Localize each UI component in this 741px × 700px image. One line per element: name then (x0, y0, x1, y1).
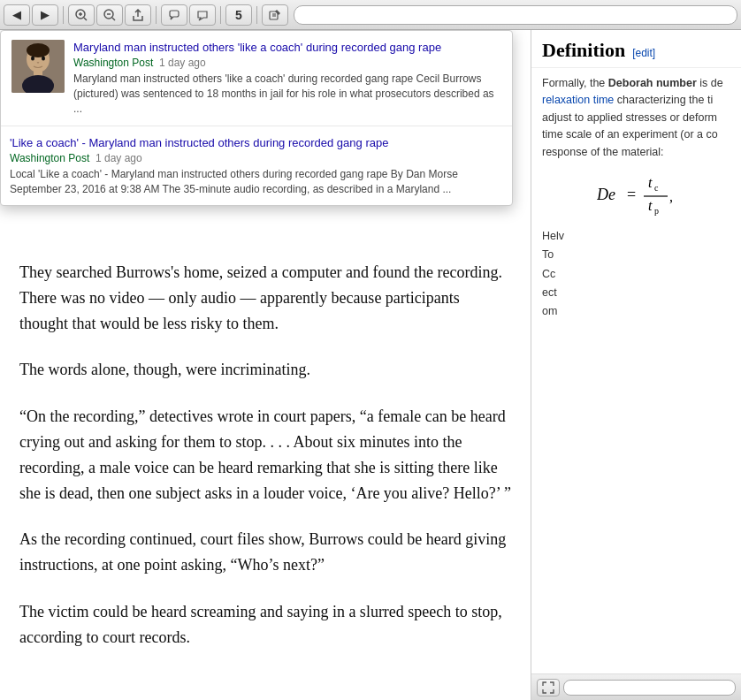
time-ago-2: 1 day ago (95, 152, 142, 164)
svg-line-3 (84, 18, 87, 20)
main-layout: Maryland man instructed others 'like a c… (0, 30, 741, 700)
news-title-1[interactable]: Maryland man instructed others 'like a c… (73, 40, 501, 56)
forward-button[interactable]: ▶ (32, 4, 58, 26)
deborah-formula: De = t c t p , (597, 168, 676, 221)
definition-header: Definition [edit] (531, 30, 741, 68)
toolbar-separator-1 (63, 6, 64, 24)
toolbar-separator-2 (156, 6, 157, 24)
news-text-1: Maryland man instructed others 'like a c… (73, 40, 501, 117)
svg-text:p: p (654, 206, 659, 216)
zoom-out-icon (103, 8, 117, 22)
news-title-2[interactable]: 'Like a coach' - Maryland man instructed… (10, 135, 501, 151)
svg-text:,: , (669, 189, 673, 204)
edit-button[interactable] (262, 4, 288, 26)
markup-right-icon (196, 9, 209, 21)
time-ago-1: 1 day ago (159, 57, 206, 69)
svg-text:t: t (648, 175, 653, 190)
markup-right-button[interactable] (189, 4, 216, 26)
browser-toolbar: ◀ ▶ 5 (0, 0, 741, 30)
article-paragraph-5: The victim could be heard screaming and … (19, 599, 511, 651)
number-label: 5 (235, 8, 242, 22)
search-dropdown: Maryland man instructed others 'like a c… (0, 30, 513, 206)
zoom-out-button[interactable] (96, 4, 123, 26)
svg-line-6 (112, 18, 115, 20)
svg-point-16 (42, 57, 45, 61)
right-panel-search-input[interactable] (563, 680, 736, 696)
source-name-1: Washington Post (73, 57, 153, 69)
news-source-2: Washington Post 1 day ago (10, 152, 501, 164)
svg-point-12 (27, 43, 50, 57)
browser-content: Maryland man instructed others 'like a c… (0, 30, 531, 700)
markup-left-icon (168, 9, 180, 21)
svg-point-15 (31, 57, 34, 61)
article-paragraph-3: “On the recording,” detectives wrote in … (19, 404, 511, 506)
share-icon (132, 9, 144, 21)
person-photo-1 (11, 40, 65, 93)
article-body: They searched Burrows's home, seized a c… (0, 233, 531, 689)
number-button[interactable]: 5 (225, 4, 252, 26)
news-source-1: Washington Post 1 day ago (73, 57, 501, 69)
toolbar-search-input[interactable] (294, 5, 737, 25)
back-button[interactable]: ◀ (4, 4, 30, 26)
article-paragraph-2: The words alone, though, were incriminat… (19, 357, 511, 383)
formula-container: De = t c t p , (542, 161, 730, 228)
svg-text:t: t (648, 198, 653, 213)
news-snippet-2: Local 'Like a coach' - Maryland man inst… (10, 167, 501, 197)
article-paragraph-1: They searched Burrows's home, seized a c… (19, 260, 511, 336)
news-snippet-1: Maryland man instructed others 'like a c… (73, 72, 501, 116)
definition-title: Definition (542, 39, 625, 62)
news-text-2: 'Like a coach' - Maryland man instructed… (10, 135, 501, 197)
deborah-bold: Deborah number (608, 77, 697, 89)
expand-icon (542, 681, 554, 694)
right-panel-expand-button[interactable] (537, 679, 560, 696)
right-panel-toolbar (531, 673, 741, 700)
news-item-1[interactable]: Maryland man instructed others 'like a c… (1, 31, 512, 126)
source-name-2: Washington Post (10, 152, 89, 164)
svg-text:De: De (597, 186, 615, 203)
edit-icon (269, 9, 281, 21)
news-item-2[interactable]: 'Like a coach' - Maryland man instructed… (1, 126, 512, 206)
relaxation-time-link[interactable]: relaxation time (542, 94, 614, 106)
definition-text: Formally, the Deborah number is de relax… (531, 68, 741, 673)
markup-left-button[interactable] (161, 4, 187, 26)
toolbar-separator-3 (220, 6, 221, 24)
share-button[interactable] (125, 4, 151, 26)
news-thumbnail-1 (11, 40, 65, 93)
svg-text:c: c (654, 183, 659, 193)
svg-text:=: = (627, 186, 636, 203)
toolbar-separator-4 (256, 6, 257, 24)
zoom-in-icon (74, 8, 88, 22)
right-panel: Definition [edit] Formally, the Deborah … (531, 30, 741, 700)
definition-edit-link[interactable]: [edit] (632, 47, 655, 59)
article-paragraph-4: As the recording continued, court files … (19, 527, 511, 578)
zoom-in-button[interactable] (68, 4, 95, 26)
